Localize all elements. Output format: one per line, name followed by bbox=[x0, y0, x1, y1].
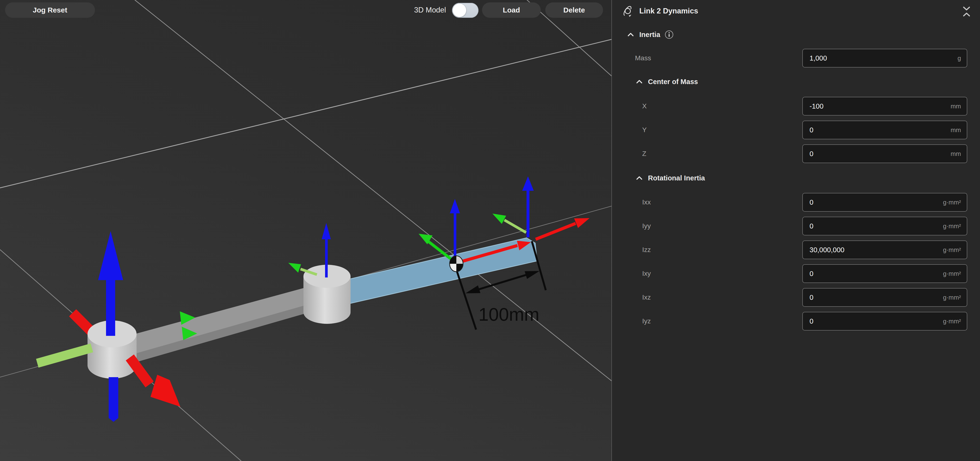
collapse-panel-icon[interactable] bbox=[961, 5, 972, 17]
mass-input-field[interactable] bbox=[803, 54, 958, 62]
mass-unit-label: g bbox=[958, 54, 967, 62]
field-label-x: X bbox=[642, 97, 647, 116]
field-row-ixy: Ixy g·mm² bbox=[612, 264, 980, 283]
x-axis-arrow-base bbox=[130, 358, 180, 407]
viewport-3d[interactable]: 100mm Jog Reset 3D Model bbox=[0, 0, 611, 461]
ground-grid-lines bbox=[0, 0, 611, 461]
iyy-input[interactable]: g·mm² bbox=[802, 217, 967, 235]
ixz-input[interactable]: g·mm² bbox=[802, 288, 967, 307]
field-label-izz: Izz bbox=[642, 241, 651, 259]
field-label-ixx: Ixx bbox=[642, 193, 651, 212]
y-axis-arrow-end bbox=[492, 214, 526, 233]
field-row-ixz: Ixz g·mm² bbox=[612, 288, 980, 307]
field-row-iyy: Iyy g·mm² bbox=[612, 217, 980, 235]
z-axis-tail bbox=[109, 377, 118, 422]
iyy-input-field[interactable] bbox=[803, 222, 943, 230]
link-1[interactable] bbox=[113, 286, 313, 369]
com-x-input[interactable]: mm bbox=[802, 97, 967, 116]
section-title: Inertia bbox=[639, 31, 660, 39]
z-axis-arrow-com bbox=[450, 199, 460, 256]
panel-header: Link 2 Dynamics bbox=[612, 0, 980, 22]
model-toggle-label: 3D Model bbox=[392, 2, 446, 18]
section-inertia: Inertia bbox=[612, 27, 980, 42]
joint-1-base[interactable] bbox=[37, 231, 180, 422]
ixy-unit-label: g·mm² bbox=[943, 270, 967, 277]
field-row-izz: Izz g·mm² bbox=[612, 241, 980, 259]
chevron-up-icon[interactable] bbox=[636, 79, 643, 84]
center-of-mass-marker[interactable] bbox=[450, 256, 463, 272]
com-z-input-field[interactable] bbox=[803, 150, 951, 158]
iyz-input[interactable]: g·mm² bbox=[802, 312, 967, 331]
com-y-input[interactable]: mm bbox=[802, 120, 967, 139]
section-title: Center of Mass bbox=[648, 78, 698, 86]
dimension-label: 100mm bbox=[479, 304, 539, 325]
com-x-unit-label: mm bbox=[951, 103, 967, 110]
panel-title: Link 2 Dynamics bbox=[639, 7, 698, 15]
ixy-input[interactable]: g·mm² bbox=[802, 264, 967, 283]
delete-button[interactable]: Delete bbox=[545, 2, 603, 18]
com-z-input[interactable]: mm bbox=[802, 144, 967, 163]
load-button[interactable]: Load bbox=[482, 2, 541, 18]
ixy-input-field[interactable] bbox=[803, 270, 943, 278]
field-label-y: Y bbox=[642, 120, 647, 139]
toggle-knob bbox=[453, 3, 466, 17]
com-y-input-field[interactable] bbox=[803, 126, 951, 134]
iyz-input-field[interactable] bbox=[803, 317, 943, 325]
ixx-input[interactable]: g·mm² bbox=[802, 193, 967, 212]
ixx-input-field[interactable] bbox=[803, 198, 943, 206]
center-of-mass-frame bbox=[418, 199, 460, 260]
field-row-mass: Mass g bbox=[612, 49, 980, 68]
chevron-up-icon[interactable] bbox=[636, 176, 643, 180]
ixz-input-field[interactable] bbox=[803, 293, 943, 301]
x-axis-arrow-end bbox=[536, 218, 590, 239]
field-label-ixz: Ixz bbox=[642, 288, 651, 307]
field-row-ixx: Ixx g·mm² bbox=[612, 193, 980, 212]
field-label-z: Z bbox=[642, 144, 646, 163]
robot-configurator-window: 100mm Jog Reset 3D Model bbox=[0, 0, 980, 461]
ixz-unit-label: g·mm² bbox=[943, 294, 967, 301]
link-2-end-frame bbox=[492, 176, 534, 238]
jog-reset-button[interactable]: Jog Reset bbox=[5, 2, 95, 18]
field-row-y: Y mm bbox=[612, 120, 980, 139]
section-center-of-mass: Center of Mass bbox=[612, 74, 980, 89]
com-z-unit-label: mm bbox=[951, 150, 967, 158]
section-title: Rotational Inertia bbox=[648, 174, 705, 182]
iyz-unit-label: g·mm² bbox=[943, 318, 967, 325]
com-x-input-field[interactable] bbox=[803, 102, 951, 110]
field-label-iyz: Iyz bbox=[642, 312, 651, 331]
izz-input-field[interactable] bbox=[803, 246, 943, 254]
section-rotational-inertia: Rotational Inertia bbox=[612, 170, 980, 186]
link-dynamics-panel: Link 2 Dynamics Inertia Mass bbox=[611, 0, 980, 461]
y-axis-arrow-base bbox=[37, 348, 92, 363]
info-icon[interactable] bbox=[665, 30, 674, 39]
z-axis-arrow-base bbox=[98, 231, 123, 336]
field-row-iyz: Iyz g·mm² bbox=[612, 312, 980, 331]
izz-unit-label: g·mm² bbox=[943, 246, 967, 253]
model-toggle-switch[interactable] bbox=[452, 3, 479, 18]
field-row-x: X mm bbox=[612, 97, 980, 116]
dynamics-icon bbox=[622, 5, 634, 17]
field-row-z: Z mm bbox=[612, 144, 980, 163]
izz-input[interactable]: g·mm² bbox=[802, 241, 967, 259]
field-label-ixy: Ixy bbox=[642, 264, 651, 283]
mass-input[interactable]: g bbox=[802, 49, 967, 68]
iyy-unit-label: g·mm² bbox=[943, 222, 967, 230]
field-label-iyy: Iyy bbox=[642, 217, 651, 235]
viewport-3d-scene[interactable]: 100mm bbox=[0, 0, 611, 461]
chevron-up-icon[interactable] bbox=[627, 32, 634, 37]
ixx-unit-label: g·mm² bbox=[943, 199, 967, 206]
com-y-unit-label: mm bbox=[951, 126, 967, 134]
field-label-mass: Mass bbox=[635, 49, 651, 68]
